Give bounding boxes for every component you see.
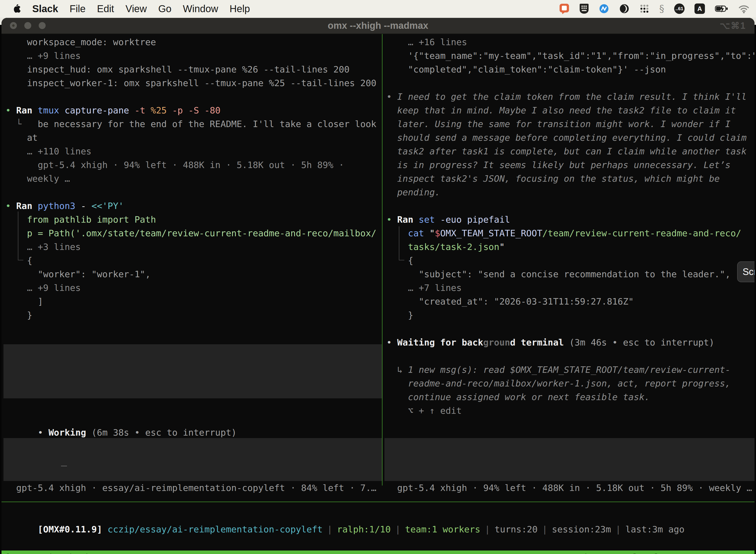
menu-item-file[interactable]: File [70,3,85,14]
terminal-text-segment [386,228,408,238]
terminal-text-segment: $ [435,228,440,238]
terminal-text-segment [386,242,408,252]
working-detail: (6m 38s • esc to interrupt) [86,428,237,438]
terminal-text-segment: " [499,242,505,252]
terminal-text-segment: ⌥ + ↑ edit [386,405,461,416]
terminal-text-segment: } [5,310,32,320]
left-run-connector-foot [18,260,23,260]
terminal-line: '{"team_name":"my-team","task_id":"1","f… [386,49,755,63]
window-title: omx --xhigh --madmax [1,18,755,34]
terminal-line: weekly … [5,172,382,185]
menu-item-view[interactable]: View [126,3,147,14]
terminal-line: "worker": "worker-1", [5,267,382,281]
chat-app-icon[interactable] [559,3,569,14]
menu-item-slack[interactable]: Slack [32,3,58,14]
terminal-text-segment: -euo pipefail [440,214,510,225]
terminal-text-segment: inspect_hud: omx sparkshell --tmux-pane … [5,64,350,74]
terminal-line: } [386,308,755,322]
window-titlebar[interactable]: omx --xhigh --madmax ⌥⌘1 [1,18,755,34]
terminal-text-segment: } [386,310,413,320]
horizontal-divider [1,502,755,502]
menu-item-edit[interactable]: Edit [97,3,114,14]
terminal-text-segment: workspace_mode: worktree [5,37,156,47]
terminal-text-segment: (3m 46s • esc to interrupt) [564,337,714,347]
terminal-text-segment: task2 after task1 is complete, but can I… [386,146,747,156]
terminal-line: keep that in mind. Maybe I also need the… [386,104,755,117]
menu-items: SlackFileEditViewGoWindowHelp [32,3,250,14]
terminal-text-segment: later. Using the same for transition mig… [386,119,731,129]
pane-divider[interactable] [382,34,382,486]
terminal-text-segment: "created_at": "2026-03-31T11:59:27.816Z" [386,296,634,307]
terminal-text-segment: • [5,105,16,115]
terminal-line: "completed","claim_token":"claim-token"}… [386,63,755,76]
crescent-app-icon[interactable] [619,3,630,14]
terminal-text-segment: ↳ [386,365,408,375]
terminal-text-segment: gpt-5.4 xhigh · 94% left · 488K in · 5.1… [5,160,344,170]
left-run-connector-line [18,212,18,260]
terminal-text-segment: cat [408,228,430,238]
terminal-text-segment: inspect task2's JSON, focusing on the st… [386,173,720,184]
terminal-text-segment: /team/review-current-readme-and-reco/ [543,228,741,238]
terminal-text-segment: should send a message before completing … [386,132,747,143]
terminal-line: … +3 lines [5,240,382,254]
right-command-input[interactable]: › Explain this codebase [384,438,755,481]
terminal-line [386,349,755,363]
omx-turns: turns:20 [495,524,538,535]
terminal-text-segment: weekly … [5,173,70,184]
terminal-line: … +9 lines [5,281,382,295]
terminal-text-segment: { [5,256,32,266]
sync-badge-icon[interactable] [599,3,609,14]
tmux-status-bar: [omx-cczip0:bash* "MacBook-Pro-44.local"… [1,551,755,554]
terminal-line: • Ran tmux capture-pane -t %25 -p -S -80 [5,104,382,117]
terminal-text-segment: … +110 lines [5,146,91,156]
battery-charging-icon[interactable] [715,4,728,14]
count-badge-icon[interactable]: ..61 [674,3,685,14]
right-model-status: gpt-5.4 xhigh · 94% left · 488K in · 5.1… [386,481,752,495]
terminal-text-segment: set [419,214,440,225]
omx-separator: | [542,524,548,535]
dots-grid-icon[interactable] [639,4,649,14]
terminal-text-segment: Waiting for back [397,337,483,347]
menu-item-go[interactable]: Go [158,3,171,14]
menu-item-window[interactable]: Window [183,3,218,14]
terminal-text-segment: … +7 lines [386,283,461,293]
menu-item-help[interactable]: Help [230,3,250,14]
terminal-text-segment: … +9 lines [5,51,81,61]
terminal-text-segment: • [386,337,397,347]
omx-session: session:23m [552,524,611,535]
terminal-text-segment: └ [5,119,38,129]
terminal-text-segment: keep that in mind. Maybe I also need the… [386,105,736,115]
terminal-line: tasks/task-2.json" [386,240,755,254]
terminal-text-segment: "subject": "send a concise recommendatio… [386,269,731,279]
terminal-line: inspect_hud: omx sparkshell --tmux-pane … [5,63,382,76]
terminal-text-segment: tmux [38,105,64,115]
terminal-text-segment: • [5,201,16,211]
tmux-host-clock: "MacBook-Pro-44.local" 05:03 31-Mar-26 [547,551,751,554]
count-badge-text: ..61 [675,6,683,11]
section-glyph-icon[interactable]: § [659,3,664,14]
terminal-line: should send a message before completing … [386,131,755,145]
right-terminal-pane[interactable]: … +16 lines '{"team_name":"my-team","tas… [382,34,755,486]
right-run-connector-line [399,226,399,260]
terminal-line: "subject": "send a concise recommendatio… [386,267,755,281]
wifi-icon[interactable] [738,4,750,14]
terminal-line: task2 after task1 is complete, but can I… [386,145,755,158]
terminal-line: cat "$OMX_TEAM_STATE_ROOT/team/review-cu… [386,226,755,240]
terminal-text-segment: p = Path('.omx/state/team/review-current… [5,228,377,238]
terminal-line: from pathlib import Path [5,213,382,226]
input-source-icon[interactable]: A [694,3,705,14]
terminal-text-segment: inspect_worker-1: omx sparkshell --tmux-… [5,78,377,88]
omx-separator: | [485,524,490,535]
terminal-line: gpt-5.4 xhigh · 94% left · 488K in · 5.1… [5,158,382,172]
terminal-line: pending. [386,185,755,199]
keyboard-shield-icon[interactable] [579,3,589,14]
left-command-input[interactable]: › Improve documentation in @filename [3,438,382,481]
left-pane-lines: workspace_mode: worktree … +9 lines insp… [5,35,382,322]
terminal-line: • Ran set -euo pipefail [386,213,755,226]
terminal-text-segment: " [429,228,435,238]
omx-separator: | [327,524,333,535]
terminal-text-segment: - [75,201,91,211]
apple-icon[interactable] [12,4,21,14]
working-status-line: • Working (6m 38s • esc to interrupt) [5,412,237,426]
terminal-text-segment: … +9 lines [5,283,81,293]
